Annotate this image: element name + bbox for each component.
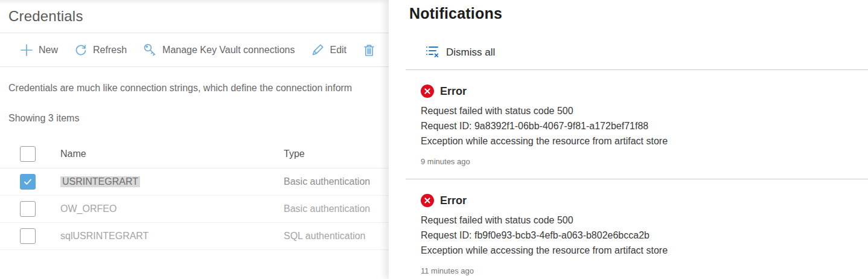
credential-type: SQL authentication [284, 231, 366, 242]
edit-button[interactable]: Edit [311, 43, 346, 57]
delete-button[interactable] [363, 43, 375, 57]
credential-type: Basic authentication [284, 204, 370, 214]
notification-severity: Error [440, 194, 467, 207]
row-checkbox[interactable] [20, 174, 36, 190]
credentials-toolbar: New Refresh [0, 33, 389, 67]
notification-severity: Error [440, 85, 467, 98]
row-checkbox[interactable] [20, 201, 36, 217]
credentials-table: Name Type USRINTEGRART Basic authenticat… [0, 140, 389, 250]
dismiss-all-button[interactable]: Dismiss all [426, 44, 868, 60]
notification-body: Request failed with status code 500 Requ… [421, 213, 856, 258]
credentials-panel: Credentials New Refresh [0, 0, 389, 279]
credentials-header: Credentials [0, 0, 389, 33]
notification-line: Request ID: 9a8392f1-06bb-4067-9f81-a172… [421, 118, 856, 133]
credential-name: USRINTEGRART [60, 176, 284, 187]
key-icon [143, 43, 157, 57]
error-icon [421, 85, 434, 98]
credentials-description: Credentials are much like connection str… [8, 83, 389, 94]
credential-name-highlighted: USRINTEGRART [60, 176, 140, 187]
trash-icon [363, 43, 375, 57]
dismiss-all-icon [426, 44, 439, 60]
plus-icon [20, 43, 33, 57]
table-row[interactable]: USRINTEGRART Basic authentication [0, 168, 389, 196]
notification-timestamp: 9 minutes ago [421, 157, 856, 166]
notification-timestamp: 11 minutes ago [421, 266, 856, 275]
notification-item: Error Request failed with status code 50… [389, 70, 868, 166]
row-checkbox[interactable] [20, 228, 36, 244]
credential-type: Basic authentication [284, 176, 370, 187]
column-header-name: Name [60, 149, 284, 159]
edit-button-label: Edit [330, 45, 346, 56]
manage-key-vault-label: Manage Key Vault connections [162, 45, 295, 56]
error-icon [421, 194, 434, 207]
notification-item: Error Request failed with status code 50… [389, 179, 868, 275]
notification-line: Exception while accessing the resource f… [421, 133, 856, 149]
table-row[interactable]: OW_ORFEO Basic authentication [0, 196, 389, 223]
credential-name: OW_ORFEO [60, 204, 284, 214]
notification-line: Request failed with status code 500 [421, 213, 856, 228]
select-all-checkbox[interactable] [20, 146, 36, 162]
check-icon [23, 177, 33, 187]
manage-key-vault-button[interactable]: Manage Key Vault connections [143, 43, 295, 57]
items-count-text: Showing 3 items [8, 113, 389, 124]
new-button[interactable]: New [20, 43, 58, 57]
pencil-icon [311, 43, 324, 57]
table-header-row: Name Type [0, 140, 389, 168]
refresh-button-label: Refresh [93, 45, 127, 56]
screen: Credentials New Refresh [0, 0, 868, 279]
notifications-title: Notifications [409, 5, 868, 22]
notifications-panel: Notifications Dismiss all [389, 0, 868, 279]
notification-line: Exception while accessing the resource f… [421, 243, 856, 258]
new-button-label: New [39, 45, 58, 56]
credential-name: sqlUSRINTEGRART [60, 231, 284, 242]
refresh-icon [74, 43, 88, 57]
notification-line: Request failed with status code 500 [421, 103, 856, 118]
refresh-button[interactable]: Refresh [74, 43, 127, 57]
notification-body: Request failed with status code 500 Requ… [421, 103, 856, 149]
page-title: Credentials [8, 8, 83, 25]
table-row[interactable]: sqlUSRINTEGRART SQL authentication [0, 223, 389, 250]
dismiss-all-label: Dismiss all [446, 46, 495, 59]
notification-line: Request ID: fb9f0e93-bcb3-4efb-a063-b802… [421, 228, 856, 243]
column-header-type: Type [284, 149, 305, 159]
